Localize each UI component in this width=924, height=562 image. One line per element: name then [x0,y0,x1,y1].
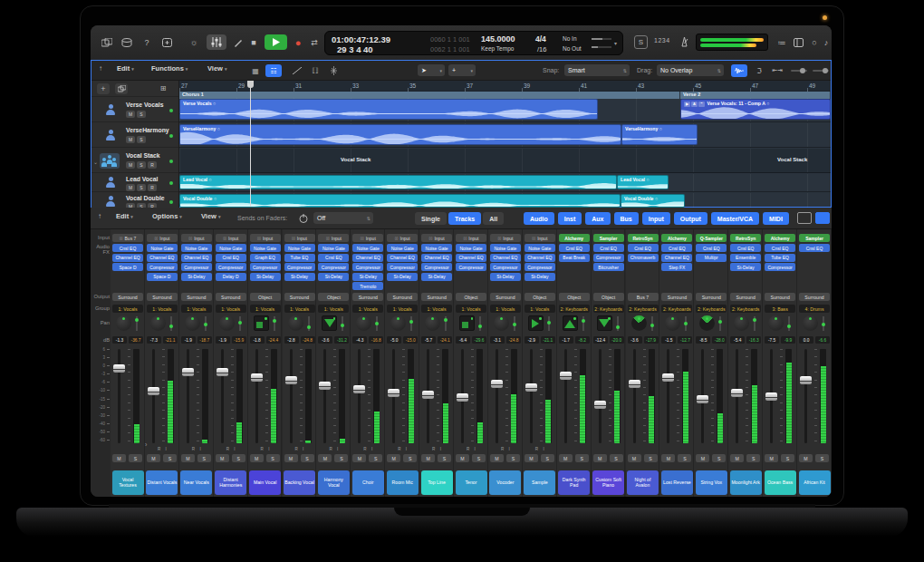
group-slot[interactable]: 2: Keyboards [559,305,590,313]
filter-input[interactable]: Input [642,212,670,225]
audio-fx-slot[interactable]: Noise Gate [387,244,418,252]
output-slot[interactable]: Surround [696,293,727,301]
output-slot[interactable]: Surround [387,293,418,301]
mute-button[interactable]: M [730,454,744,462]
filter-midi[interactable]: MIDI [763,212,789,225]
track-lane[interactable]: Vocal StackVocal Stack [179,149,831,173]
audio-fx-slot[interactable]: Noise Gate [147,244,178,252]
filter-aux[interactable]: Aux [585,212,610,225]
solo-button[interactable]: S [266,454,280,462]
audio-fx-slot[interactable]: St-Delay [387,273,418,281]
fader-cap[interactable] [148,387,159,395]
filter-inst[interactable]: Inst [558,212,582,225]
solo-button[interactable]: S [541,454,554,462]
instrument-slot[interactable]: Sampler [799,234,830,242]
solo-button[interactable]: S [781,454,794,462]
lcd-display[interactable]: 01:00:47:12.39 29 3 4 40 0060 1 1 001 00… [324,31,623,55]
group-slot[interactable]: 1: Vocals [387,305,418,313]
audio-fx-slot[interactable]: Graph EQ [250,254,281,262]
pan-mini-slider[interactable] [479,316,481,331]
group-slot[interactable]: 3: Bass [765,305,795,313]
mute-button[interactable]: M [593,454,607,462]
playhead-cap[interactable] [247,81,254,88]
audio-fx-slot[interactable]: Channel EQ [421,254,452,262]
output-slot[interactable]: Bus 7 [628,293,659,301]
audio-fx-slot[interactable]: Cnsl EQ [112,244,143,252]
audio-fx-slot[interactable]: Noise Gate [352,244,383,252]
fader-cap[interactable] [731,389,743,397]
input-slot[interactable]: ▯▯Input [456,234,486,242]
audio-region[interactable]: VerseHarmony ○ [621,124,698,145]
group-slot[interactable]: 1: Vocals [352,305,383,313]
mute-button[interactable]: M [696,454,709,462]
play-icon[interactable] [265,34,287,50]
channel-strip[interactable]: ▯▯InputNoise GateChannel EQCompressorSt-… [179,229,214,497]
mute-button[interactable]: M [661,454,675,462]
channel-strip[interactable]: RetroSynCnsl EQChromaverbBus 72: Keyboar… [626,229,660,497]
output-slot[interactable]: Object [250,293,281,301]
fader-db-value[interactable]: -2.8 [284,336,299,344]
dual-pane-icon[interactable] [815,212,830,224]
metronome-icon[interactable] [678,35,691,49]
grid-view-icon[interactable]: ▦ [247,64,264,77]
mixer-menu-edit[interactable]: Edit▾ [116,212,133,220]
audio-fx-slot[interactable]: Chromaverb [628,254,659,262]
group-slot[interactable]: 1: Vocals [284,305,315,313]
solo-button[interactable]: S [334,454,348,462]
mute-button[interactable]: M [318,454,332,462]
channel-name[interactable]: Moonlight Ark [730,470,762,495]
channel-name[interactable]: Ocean Bass [765,470,796,495]
mute-button[interactable]: M [181,454,195,462]
h-zoom-slider[interactable] [813,70,829,72]
audio-region[interactable]: VerseHarmony ○ [179,124,621,145]
fader-cap[interactable] [800,376,812,384]
output-slot[interactable]: Surround [799,293,830,301]
audio-fx-slot[interactable]: Cnsl EQ [593,244,624,252]
channel-name[interactable]: String Vox [696,470,727,495]
record-input-buttons[interactable]: R I [226,447,237,451]
solo-button[interactable]: S [472,454,486,462]
cycle-icon[interactable]: ⇄ [307,35,322,50]
pan-knob[interactable] [185,315,200,331]
pan-mini-slider[interactable] [376,316,378,331]
tracks-menu-view[interactable]: View▾ [207,64,226,73]
track-lane[interactable]: Verse Vocals ○▶A⌃ Verse Vocals: 11 - Com… [179,98,831,122]
mute-button[interactable]: M [525,454,538,462]
fader-db-value[interactable]: -5.7 [421,336,436,344]
pan-mini-slider[interactable] [239,316,241,331]
pan-mini-slider[interactable] [274,316,275,331]
brightness-icon[interactable]: ☼ [187,36,201,49]
pan-pad[interactable] [322,315,337,331]
fader-cap[interactable] [285,376,297,384]
audio-fx-slot[interactable]: Compressor [490,263,521,271]
channel-name[interactable]: Vocoder [489,470,521,495]
sends-on-faders-popup[interactable]: Off⇅ [313,212,373,224]
track-header[interactable]: ⌄Vocal StackMSR [91,149,178,173]
fader-cap[interactable] [697,395,708,403]
group-slot[interactable]: 2: Keyboards [696,305,727,313]
pan-knob[interactable] [734,315,749,331]
instrument-slot[interactable]: RetroSyn [628,234,659,242]
pan-pad[interactable] [254,315,269,331]
audio-fx-slot[interactable]: Cnsl EQ [799,244,830,252]
pan-mini-slider[interactable] [514,316,515,331]
audio-fx-slot[interactable]: Step FX [661,263,692,271]
channel-name[interactable]: Tenor [456,470,487,495]
audio-fx-slot[interactable]: Cnsl EQ [661,244,692,252]
solo-button[interactable]: S [137,136,146,143]
pan-mini-slider[interactable] [308,316,310,331]
audio-fx-slot[interactable]: Cnsl EQ [628,244,659,252]
group-slot[interactable]: 2: Keyboards [628,305,659,313]
audio-fx-slot[interactable]: Noise Gate [318,244,349,252]
pan-mini-slider[interactable] [617,316,619,331]
channel-strip[interactable]: ▯▯InputNoise GateChannel EQCompressorObj… [454,229,488,497]
group-slot[interactable]: 1: Vocals [216,305,246,313]
record-input-buttons[interactable]: R I [192,447,203,451]
channel-name[interactable]: Lost Reverse [661,470,693,495]
audio-region[interactable]: ▶A⌃ Verse Vocals: 11 - Comp A ○ [680,99,831,120]
audio-fx-slot[interactable]: St-Delay [490,273,521,281]
mute-button[interactable]: M [284,454,298,462]
fader-db-value[interactable]: -1.8 [250,336,265,344]
v-zoom-slider[interactable] [791,70,807,72]
left-click-tool-menu[interactable]: ➤▾ [418,64,445,76]
